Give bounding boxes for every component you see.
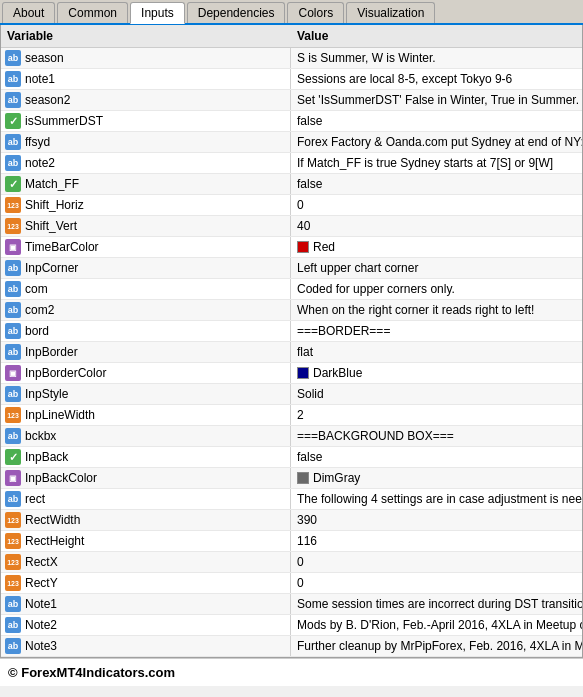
var-cell: abNote3 xyxy=(1,636,291,656)
val-cell: The following 4 settings are in case adj… xyxy=(291,489,582,509)
table-row[interactable]: ▣InpBorderColorDarkBlue xyxy=(1,363,582,384)
bool-icon: ✓ xyxy=(5,113,21,129)
val-text: The following 4 settings are in case adj… xyxy=(297,492,582,506)
var-cell: abseason2 xyxy=(1,90,291,110)
table-row[interactable]: ✓Match_FFfalse xyxy=(1,174,582,195)
var-name: InpBorder xyxy=(25,345,78,359)
table-row[interactable]: 123RectWidth390 xyxy=(1,510,582,531)
var-name: RectHeight xyxy=(25,534,84,548)
table-row[interactable]: ▣TimeBarColorRed xyxy=(1,237,582,258)
val-text: 40 xyxy=(297,219,310,233)
var-cell: abcom2 xyxy=(1,300,291,320)
table-row[interactable]: abseason2Set 'IsSummerDST' False in Wint… xyxy=(1,90,582,111)
tab-about[interactable]: About xyxy=(2,2,55,23)
ab-icon: ab xyxy=(5,134,21,150)
var-name: RectX xyxy=(25,555,58,569)
table-row[interactable]: ✓isSummerDSTfalse xyxy=(1,111,582,132)
tab-colors[interactable]: Colors xyxy=(287,2,344,23)
color-icon: ▣ xyxy=(5,365,21,381)
var-cell: abcom xyxy=(1,279,291,299)
num-icon: 123 xyxy=(5,554,21,570)
tab-inputs[interactable]: Inputs xyxy=(130,2,185,24)
ab-icon: ab xyxy=(5,428,21,444)
num-icon: 123 xyxy=(5,197,21,213)
table-row[interactable]: 123RectHeight116 xyxy=(1,531,582,552)
ab-icon: ab xyxy=(5,386,21,402)
val-text: 0 xyxy=(297,576,304,590)
val-cell: Mods by B. D'Rion, Feb.-April 2016, 4XLA… xyxy=(291,615,582,635)
table-row[interactable]: abInpCornerLeft upper chart corner xyxy=(1,258,582,279)
val-cell: DimGray xyxy=(291,468,582,488)
table-row[interactable]: 123Shift_Horiz0 xyxy=(1,195,582,216)
val-cell: ===BACKGROUND BOX=== xyxy=(291,426,582,446)
var-cell: ✓isSummerDST xyxy=(1,111,291,131)
var-cell: abInpCorner xyxy=(1,258,291,278)
val-cell: Solid xyxy=(291,384,582,404)
var-cell: 123RectY xyxy=(1,573,291,593)
var-cell: 123Shift_Horiz xyxy=(1,195,291,215)
val-text: Set 'IsSummerDST' False in Winter, True … xyxy=(297,93,579,107)
val-text: Sessions are local 8-5, except Tokyo 9-6 xyxy=(297,72,512,86)
table-row[interactable]: ▣InpBackColorDimGray xyxy=(1,468,582,489)
color-label: DarkBlue xyxy=(313,366,362,380)
table-row[interactable]: abbckbx===BACKGROUND BOX=== xyxy=(1,426,582,447)
table-row[interactable]: abnote1Sessions are local 8-5, except To… xyxy=(1,69,582,90)
var-name: com2 xyxy=(25,303,54,317)
table-row[interactable]: abbord===BORDER=== xyxy=(1,321,582,342)
val-cell: 390 xyxy=(291,510,582,530)
var-name: InpBack xyxy=(25,450,68,464)
table-row[interactable]: abseasonS is Summer, W is Winter. xyxy=(1,48,582,69)
table-row[interactable]: ✓InpBackfalse xyxy=(1,447,582,468)
var-name: com xyxy=(25,282,48,296)
var-name: InpBackColor xyxy=(25,471,97,485)
table-row[interactable]: abNote2Mods by B. D'Rion, Feb.-April 201… xyxy=(1,615,582,636)
table-row[interactable]: abcomCoded for upper corners only. xyxy=(1,279,582,300)
var-name: note2 xyxy=(25,156,55,170)
footer: © ForexMT4Indicators.com xyxy=(0,658,583,686)
table-row[interactable]: abInpBorderflat xyxy=(1,342,582,363)
color-swatch xyxy=(297,367,309,379)
color-icon: ▣ xyxy=(5,239,21,255)
var-name: InpLineWidth xyxy=(25,408,95,422)
table-row[interactable]: 123InpLineWidth2 xyxy=(1,405,582,426)
val-cell: Sessions are local 8-5, except Tokyo 9-6 xyxy=(291,69,582,89)
var-cell: 123Shift_Vert xyxy=(1,216,291,236)
var-name: Shift_Horiz xyxy=(25,198,84,212)
ab-icon: ab xyxy=(5,155,21,171)
tab-visualization[interactable]: Visualization xyxy=(346,2,435,23)
val-cell: 40 xyxy=(291,216,582,236)
var-name: bord xyxy=(25,324,49,338)
var-cell: 123RectX xyxy=(1,552,291,572)
table-row[interactable]: abrectThe following 4 settings are in ca… xyxy=(1,489,582,510)
val-cell: When on the right corner it reads right … xyxy=(291,300,582,320)
ab-icon: ab xyxy=(5,50,21,66)
val-text: flat xyxy=(297,345,313,359)
var-name: Note2 xyxy=(25,618,57,632)
table-row[interactable]: 123RectY0 xyxy=(1,573,582,594)
table-row[interactable]: abnote2If Match_FF is true Sydney starts… xyxy=(1,153,582,174)
val-cell: DarkBlue xyxy=(291,363,582,383)
ab-icon: ab xyxy=(5,491,21,507)
color-label: DimGray xyxy=(313,471,360,485)
var-name: season xyxy=(25,51,64,65)
var-cell: abseason xyxy=(1,48,291,68)
val-text: Mods by B. D'Rion, Feb.-April 2016, 4XLA… xyxy=(297,618,582,632)
ab-icon: ab xyxy=(5,617,21,633)
var-cell: ▣InpBorderColor xyxy=(1,363,291,383)
table-row[interactable]: abNote1Some session times are incorrect … xyxy=(1,594,582,615)
table-row[interactable]: abffsydForex Factory & Oanda.com put Syd… xyxy=(1,132,582,153)
table-row[interactable]: abcom2When on the right corner it reads … xyxy=(1,300,582,321)
var-name: RectWidth xyxy=(25,513,80,527)
table-row[interactable]: 123RectX0 xyxy=(1,552,582,573)
table-row[interactable]: abNote3Further cleanup by MrPipForex, Fe… xyxy=(1,636,582,657)
table-row[interactable]: 123Shift_Vert40 xyxy=(1,216,582,237)
val-text: Further cleanup by MrPipForex, Feb. 2016… xyxy=(297,639,582,653)
val-cell: 2 xyxy=(291,405,582,425)
tab-dependencies[interactable]: Dependencies xyxy=(187,2,286,23)
bool-icon: ✓ xyxy=(5,449,21,465)
table-row[interactable]: abInpStyleSolid xyxy=(1,384,582,405)
ab-icon: ab xyxy=(5,638,21,654)
val-text: Coded for upper corners only. xyxy=(297,282,455,296)
tab-common[interactable]: Common xyxy=(57,2,128,23)
var-cell: abnote2 xyxy=(1,153,291,173)
